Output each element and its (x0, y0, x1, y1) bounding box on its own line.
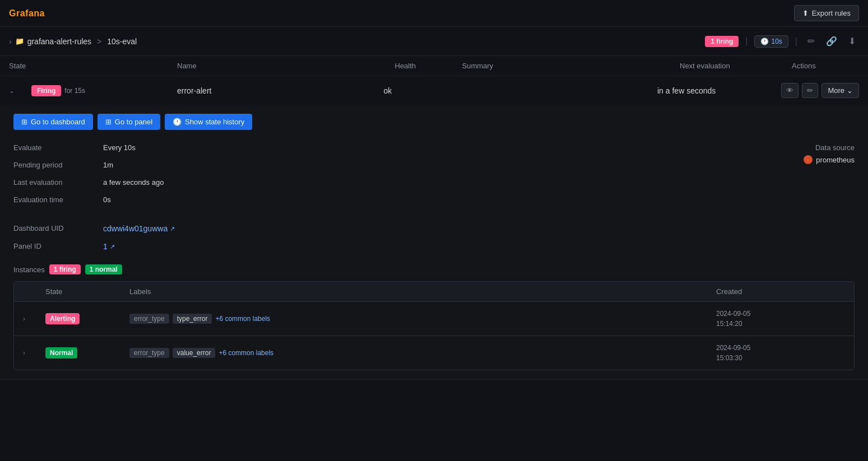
details-right: Data source prometheus (434, 143, 855, 260)
col-state: State (9, 62, 177, 70)
breadcrumb-right: 1 firing | 🕐 10s | ✏ 🔗 ⬇ (705, 34, 859, 49)
prometheus-icon (804, 155, 813, 164)
breadcrumb-folder-link[interactable]: grafana-alert-rules (27, 37, 91, 46)
instance-col-labels: Labels (129, 287, 716, 296)
expanded-panel: ⊞ Go to dashboard ⊞ Go to panel 🕐 Show s… (0, 105, 868, 379)
action-buttons-row: ⊞ Go to dashboard ⊞ Go to panel 🕐 Show s… (13, 114, 855, 130)
alert-name-cell: error-alert (177, 86, 384, 95)
next-eval-value: in a few seconds (657, 86, 716, 95)
eval-time-label: Evaluation time (13, 195, 103, 204)
go-to-panel-button[interactable]: ⊞ Go to panel (98, 114, 160, 130)
history-icon: 🕐 (173, 118, 182, 126)
instances-normal-badge[interactable]: 1 normal (85, 264, 122, 274)
label-value-tag2: value_error (173, 348, 216, 358)
evaluate-value: Every 10s (103, 143, 136, 152)
health-value: ok (384, 86, 392, 95)
row-chevron-icon[interactable]: ⌄ (9, 87, 31, 95)
datasource-section: Data source prometheus (804, 143, 855, 164)
clock-icon: 🕐 (760, 38, 769, 45)
instances-firing-badge[interactable]: 1 firing (49, 264, 81, 274)
panel-id-label: Panel ID (13, 242, 103, 250)
edit-rule-button[interactable]: ✏ (802, 83, 818, 98)
interval-badge: 🕐 10s (754, 35, 788, 48)
main-content: State Name Health Summary Next evaluatio… (0, 56, 868, 380)
for-duration: for 15s (64, 87, 85, 95)
firing-state-badge: Firing (31, 85, 61, 96)
instances-table: State Labels Created › Alerting e (13, 281, 855, 370)
dashboard-uid-row: Dashboard UID cdwwi4w01guwwa ↗ (13, 224, 434, 233)
label-key-tag: error_type (129, 314, 169, 324)
folder-icon: 📁 (15, 37, 24, 45)
more-button[interactable]: More ⌄ (821, 83, 859, 98)
pending-label: Pending period (13, 161, 103, 169)
breadcrumb-separator: > (97, 37, 101, 46)
evaluate-row: Evaluate Every 10s (13, 143, 434, 152)
pending-value: 1m (103, 161, 113, 169)
link-button[interactable]: 🔗 (823, 34, 841, 49)
eval-time-row: Evaluation time 0s (13, 195, 434, 204)
top-bar: Grafana ⬆ Export rules (0, 0, 868, 27)
instances-header: Instances 1 firing 1 normal (13, 264, 855, 274)
grafana-logo: Grafana (9, 8, 45, 18)
last-eval-value: a few seconds ago (103, 178, 164, 187)
show-state-history-button[interactable]: 🕐 Show state history (165, 114, 252, 130)
view-button[interactable]: 👁 (781, 83, 799, 98)
instances-label: Instances (13, 266, 45, 274)
details-left: Evaluate Every 10s Pending period 1m Las… (13, 143, 434, 260)
col-name: Name (177, 62, 395, 70)
common-labels-link[interactable]: +6 common labels (215, 315, 270, 323)
instance-col-actions (828, 287, 845, 296)
instance-row-chevron-icon[interactable]: › (23, 315, 45, 323)
dashboard-uid-link[interactable]: cdwwi4w01guwwa ↗ (103, 224, 175, 233)
panel-icon: ⊞ (105, 118, 112, 126)
col-health: Health (395, 62, 462, 70)
col-actions: Actions (792, 62, 859, 70)
evaluate-label: Evaluate (13, 143, 103, 152)
health-cell: ok (384, 86, 451, 95)
firing-badge: 1 firing (705, 36, 739, 47)
breadcrumb: › 📁 grafana-alert-rules > 10s-eval (9, 37, 137, 46)
label-value-tag: type_error (173, 314, 212, 324)
dashboard-uid-label: Dashboard UID (13, 224, 103, 232)
instance-created-cell2: 2024-09-05 15:03:30 (716, 343, 828, 363)
go-to-dashboard-button[interactable]: ⊞ Go to dashboard (13, 114, 93, 130)
instance-state-cell2: Normal (45, 347, 129, 358)
divider: | (745, 36, 748, 46)
alerting-badge: Alerting (45, 313, 80, 324)
external-link-icon: ↗ (170, 225, 175, 232)
panel-external-link-icon: ↗ (110, 243, 115, 250)
breadcrumb-rule-name: 10s-eval (107, 37, 137, 46)
instance-row: › Normal error_type value_error +6 commo… (14, 336, 854, 370)
datasource-label: Data source (804, 143, 855, 152)
pending-row: Pending period 1m (13, 161, 434, 169)
download-button[interactable]: ⬇ (845, 34, 859, 49)
dashboard-icon: ⊞ (21, 118, 27, 126)
label-key-tag2: error_type (129, 348, 169, 358)
instance-row: › Alerting error_type type_error +6 comm… (14, 302, 854, 336)
breadcrumb-chevron-icon[interactable]: › (9, 37, 12, 46)
instance-col-created: Created (716, 287, 828, 296)
panel-id-link[interactable]: 1 ↗ (103, 242, 115, 251)
actions-cell: 👁 ✏ More ⌄ (769, 83, 859, 98)
edit-button[interactable]: ✏ (804, 34, 818, 49)
export-icon: ⬆ (802, 9, 809, 17)
instance-labels-cell2: error_type value_error +6 common labels (129, 348, 716, 358)
top-bar-left: Grafana (9, 8, 45, 18)
instance-labels-cell: error_type type_error +6 common labels (129, 314, 716, 324)
instance-col-expand (23, 287, 45, 296)
alert-row-main[interactable]: ⌄ Firing for 15s error-alert ok in a few… (0, 76, 868, 105)
col-summary: Summary (462, 62, 680, 70)
instance-col-state: State (45, 287, 129, 296)
divider2: | (795, 36, 797, 46)
chevron-down-icon: ⌄ (847, 86, 853, 95)
common-labels-link2[interactable]: +6 common labels (219, 349, 273, 357)
instance-created-cell: 2024-09-05 15:14:20 (716, 309, 828, 329)
export-rules-button[interactable]: ⬆ Export rules (794, 5, 859, 21)
table-header: State Name Health Summary Next evaluatio… (0, 56, 868, 76)
panel-id-row: Panel ID 1 ↗ (13, 242, 434, 251)
breadcrumb-bar: › 📁 grafana-alert-rules > 10s-eval 1 fir… (0, 27, 868, 56)
alert-name: error-alert (177, 86, 211, 95)
instance-row2-chevron-icon[interactable]: › (23, 349, 45, 357)
instance-state-cell: Alerting (45, 313, 129, 324)
state-cell: Firing for 15s (31, 85, 177, 96)
